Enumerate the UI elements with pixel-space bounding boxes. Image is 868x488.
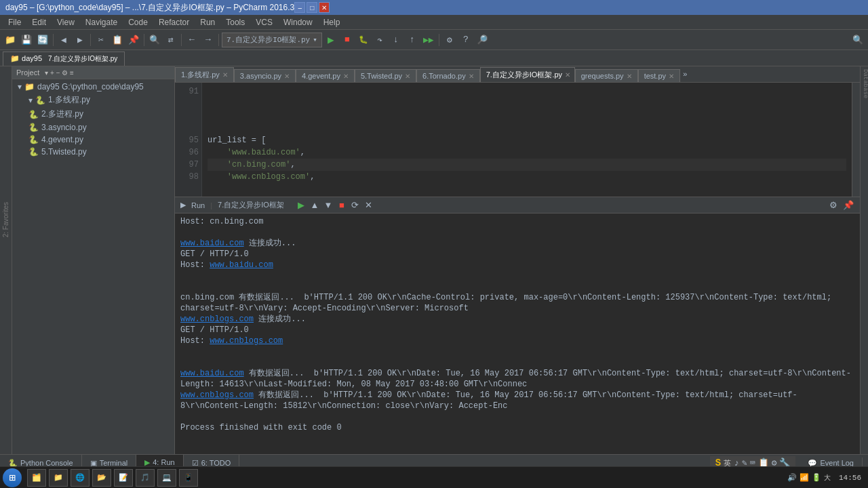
run-stop-btn[interactable]: ■ [336,199,348,211]
menu-navigate[interactable]: Navigate [80,16,123,28]
code-content[interactable]: url_list = [ 'www.baidu.com', 'cn.bing.c… [202,83,852,197]
taskbar-app2-btn[interactable]: 📁 [49,469,68,487]
debug-btn[interactable]: 🐛 [356,33,371,47]
tab-1-close[interactable]: ✕ [222,71,228,79]
tab-3-close[interactable]: ✕ [284,73,290,80]
run-panel-tab2-label[interactable]: 7.自定义异步IO框架 [218,200,284,210]
tab-6-close[interactable]: ✕ [469,73,474,80]
tab-1-label: 1.多线程.py [181,70,220,80]
database-sidebar[interactable]: Database [860,66,868,454]
menu-view[interactable]: View [52,16,80,28]
menu-edit[interactable]: Edit [26,16,52,28]
paste-btn[interactable]: 📌 [126,33,141,47]
replace-btn[interactable]: ⇄ [163,33,178,47]
save-btn[interactable]: 💾 [19,33,34,47]
forward-btn[interactable]: ▶ [73,33,87,47]
settings-btn[interactable]: ⚙ [442,33,457,47]
run-panel-tab1-label[interactable]: Run [191,201,205,209]
code-editor[interactable]: 91 95 96 97 98 url_list = [ [175,83,860,197]
menu-vcs[interactable]: VCS [250,16,278,28]
link-cnblogs-2[interactable]: www.cnblogs.com [210,336,283,346]
taskbar-explorer-btn[interactable]: 🗂️ [27,469,46,487]
step-into-btn[interactable]: ↓ [389,33,403,47]
menu-file[interactable]: File [3,16,26,28]
run-scroll-up-btn[interactable]: ▲ [309,199,321,211]
link-cnblogs-1[interactable]: www.cnblogs.com [180,314,254,324]
link-baidu-1[interactable]: www.baidu.com [180,239,244,248]
taskbar-fm-btn[interactable]: 📂 [92,469,111,487]
menu-window[interactable]: Window [278,16,318,28]
editor-tab-gr[interactable]: grequests.py ✕ [575,69,638,82]
project-tab-day95[interactable]: 📁 day95 7.自定义异步IO框架.py [3,52,125,66]
search-btn[interactable]: 🔍 [147,33,162,47]
toolbar-sep-3 [144,34,144,46]
link-baidu-3[interactable]: www.baidu.com [180,369,244,378]
editor-tab-3[interactable]: 3.asyncio.py ✕ [234,69,296,82]
close-button[interactable]: ✕ [319,2,330,13]
copy-btn[interactable]: 📋 [110,33,125,47]
global-search-icon[interactable]: 🔍 [850,33,865,47]
run-close-btn[interactable]: ✕ [363,199,375,211]
cut-btn[interactable]: ✂ [94,33,108,47]
tab-gr-close[interactable]: ✕ [627,73,632,80]
run-btn[interactable]: ▶ [323,33,338,47]
start-button[interactable]: ⊞ [3,468,22,487]
menu-run[interactable]: Run [195,16,220,28]
minimize-button[interactable]: – [294,2,305,13]
editor-scrollbar[interactable] [852,83,860,197]
run-config-dropdown-icon[interactable]: ▾ [313,35,317,44]
tree-item-4[interactable]: 🐍 4.gevent.py [12,134,174,146]
resume-btn[interactable]: ▶▶ [421,33,436,47]
search-everywhere-btn[interactable]: 🔍 [850,33,865,47]
taskbar-media-btn[interactable]: 🎵 [136,469,155,487]
step-over-btn[interactable]: ↷ [372,33,387,47]
tab-5-close[interactable]: ✕ [405,73,410,80]
run-pin-btn[interactable]: 📌 [842,199,854,211]
run-restart-btn[interactable]: ▶ [295,199,307,211]
run-rerun-btn[interactable]: ⟳ [349,199,361,211]
sync-btn[interactable]: 🔄 [35,33,50,47]
editor-tab-6[interactable]: 6.Tornado.py ✕ [416,69,480,82]
run-scroll-down-btn[interactable]: ▼ [322,199,334,211]
run-config-combo[interactable]: 7.自定义异步IO框架.py ▾ [222,33,322,47]
tab-4-close[interactable]: ✕ [343,73,349,80]
taskbar-chrome-btn[interactable]: 🌐 [71,469,90,487]
tree-item-2[interactable]: 🐍 2.多进程.py [12,107,174,121]
menu-help[interactable]: Help [318,16,346,28]
maximize-button[interactable]: □ [307,2,317,13]
open-folder-btn[interactable]: 📁 [3,33,18,47]
stop-btn[interactable]: ■ [340,33,355,47]
tree-item-1[interactable]: ▾ 🐍 1.多线程.py [12,93,174,107]
output-line-7: GET / HTTP/1.0 [180,325,854,336]
taskbar-tool-btn[interactable]: 💻 [157,469,176,487]
link-baidu-2[interactable]: www.baidu.com [210,260,273,270]
menu-tools[interactable]: Tools [220,16,250,28]
tab-7-close[interactable]: ✕ [565,71,570,79]
find-action-btn[interactable]: 🔎 [475,33,490,47]
nav-forward-btn[interactable]: → [201,33,216,47]
editor-tab-1[interactable]: 1.多线程.py ✕ [175,67,234,82]
menu-refactor[interactable]: Refactor [153,16,195,28]
back-btn[interactable]: ◀ [56,33,71,47]
step-out-btn[interactable]: ↑ [405,33,420,47]
menu-code[interactable]: Code [123,16,153,28]
editor-tab-7[interactable]: 7.自定义异步IO框架.py ✕ [480,67,575,82]
editor-tab-test[interactable]: test.py ✕ [638,69,680,82]
link-cnblogs-3[interactable]: www.cnblogs.com [180,390,254,400]
tree-item-5[interactable]: 🐍 5.Twisted.py [12,146,174,158]
tab-test-close[interactable]: ✕ [669,73,674,80]
tree-root[interactable]: ▾ 📁 day95 G:\python_code\day95 [12,81,174,93]
run-settings-btn[interactable]: ⚙ [827,199,840,211]
tree-item-3[interactable]: 🐍 3.asyncio.py [12,121,174,134]
taskbar-phone-btn[interactable]: 📱 [179,469,198,487]
taskbar-word-btn[interactable]: 📝 [114,469,133,487]
tabs-overflow-btn[interactable]: » [683,70,688,79]
sidebar-header-icons: ▾ + − ⚙ ≡ [45,69,74,77]
editor-tab-4[interactable]: 4.gevent.py ✕ [296,69,355,82]
help-btn[interactable]: ? [458,33,473,47]
editor-tab-5[interactable]: 5.Twisted.py ✕ [355,69,416,82]
line-num-95: 95 [175,134,199,146]
run-panel-tab1[interactable]: ▶ [180,201,186,209]
tree-item-5-icon: 🐍 [28,147,39,157]
nav-back-btn[interactable]: ← [184,33,199,47]
